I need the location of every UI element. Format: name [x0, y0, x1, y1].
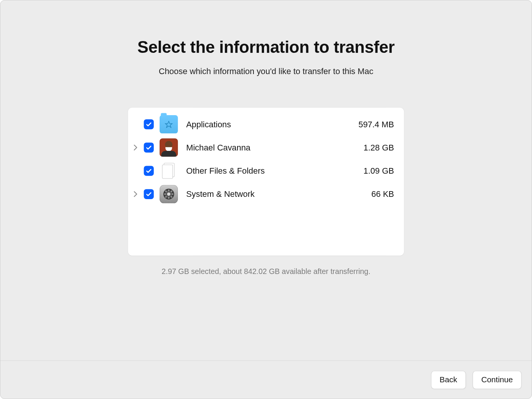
svg-rect-3 [168, 197, 169, 198]
transfer-item-row[interactable]: Other Files & Folders 1.09 GB [131, 159, 394, 182]
page-title: Select the information to transfer [138, 38, 395, 57]
transfer-item-checkbox[interactable] [144, 142, 154, 152]
migration-assistant-window: Select the information to transfer Choos… [0, 0, 532, 399]
transfer-item-checkbox[interactable] [144, 189, 154, 199]
system-settings-icon [160, 185, 178, 203]
transfer-item-size: 1.09 GB [364, 166, 394, 176]
main-content: Select the information to transfer Choos… [0, 0, 532, 360]
documents-icon [160, 162, 178, 180]
transfer-item-row[interactable]: System & Network 66 KB [131, 182, 394, 206]
transfer-item-checkbox[interactable] [144, 166, 154, 176]
selection-summary: 2.97 GB selected, about 842.02 GB availa… [162, 267, 370, 276]
chevron-right-icon [133, 145, 138, 150]
transfer-item-label: System & Network [186, 189, 367, 199]
svg-point-10 [167, 192, 171, 196]
footer-toolbar: Back Continue [0, 360, 532, 399]
svg-rect-2 [168, 190, 169, 191]
transfer-item-size: 66 KB [371, 189, 394, 199]
disclosure-toggle[interactable] [131, 145, 140, 150]
continue-button[interactable]: Continue [473, 370, 522, 389]
svg-rect-4 [164, 193, 166, 195]
transfer-item-label: Applications [186, 119, 354, 129]
transfer-item-size: 1.28 GB [364, 143, 394, 152]
transfer-item-row[interactable]: Michael Cavanna 1.28 GB [131, 136, 394, 159]
user-avatar-icon [160, 138, 178, 157]
transfer-item-size: 597.4 MB [358, 119, 394, 129]
back-button[interactable]: Back [431, 370, 466, 389]
transfer-item-label: Other Files & Folders [186, 166, 359, 176]
transfer-item-checkbox[interactable] [144, 119, 154, 129]
transfer-item-row[interactable]: Applications 597.4 MB [131, 112, 394, 136]
transfer-item-label: Michael Cavanna [186, 143, 359, 152]
transfer-items-panel: Applications 597.4 MB Michael [128, 108, 404, 255]
page-subtitle: Choose which information you'd like to t… [159, 66, 374, 76]
applications-folder-icon [160, 115, 178, 133]
disclosure-toggle[interactable] [131, 191, 140, 197]
svg-rect-5 [172, 193, 173, 195]
chevron-right-icon [133, 191, 138, 197]
